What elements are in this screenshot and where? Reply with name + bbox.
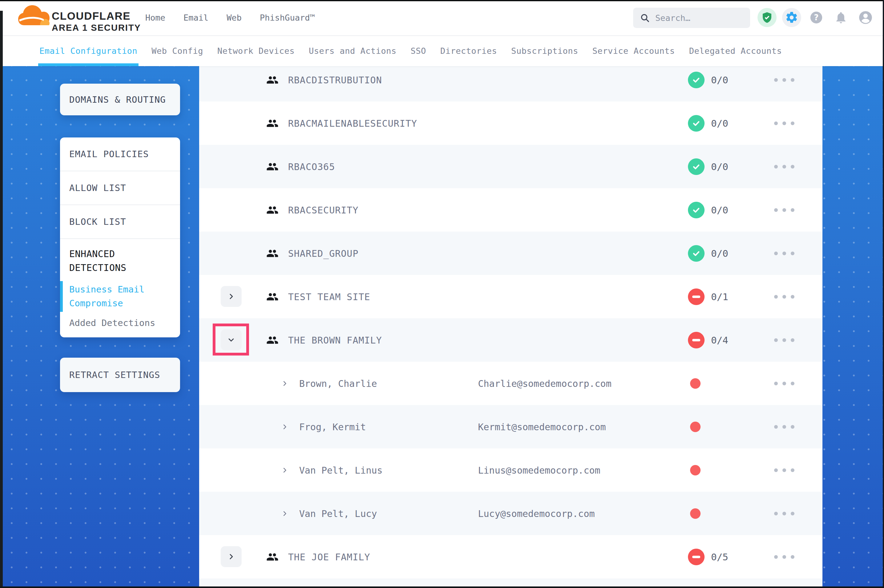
tab-directories[interactable]: Directories xyxy=(440,35,497,66)
window-edge-top xyxy=(0,0,884,1)
expand--button[interactable] xyxy=(221,286,242,307)
bell-icon[interactable] xyxy=(831,8,851,27)
table-row-shared-group: SHARED_GROUP0/0 xyxy=(199,232,822,275)
search-input[interactable] xyxy=(655,13,742,23)
tab-service-accounts[interactable]: Service Accounts xyxy=(592,35,675,66)
status-check-badge xyxy=(688,115,705,132)
group-icon xyxy=(265,291,280,303)
expand-collapse-button[interactable] xyxy=(221,329,242,350)
nav-link-home[interactable]: Home xyxy=(145,13,165,22)
top-nav: HomeEmailWebPhishGuard™ xyxy=(145,0,315,35)
group-icon xyxy=(265,74,280,86)
chevron-right-icon[interactable] xyxy=(281,380,288,387)
row-actions-button[interactable] xyxy=(774,78,794,82)
sidebar-item-email-policies[interactable]: EMAIL POLICIES xyxy=(60,138,180,171)
row-actions-button[interactable] xyxy=(774,338,794,342)
shield-check-icon[interactable] xyxy=(758,8,777,27)
group-name: TEST TEAM SITE xyxy=(288,291,370,302)
user-icon[interactable] xyxy=(856,8,875,27)
row-actions-button[interactable] xyxy=(774,252,794,255)
table-row-van-pelt-linus: Van Pelt, LinusLinus@somedemocorp.com xyxy=(199,448,822,492)
chevron-right-icon[interactable] xyxy=(281,510,288,517)
tab-email-configuration[interactable]: Email Configuration xyxy=(39,35,137,66)
status-minus-badge xyxy=(688,288,705,305)
groups-table: RBACDISTRUBUTION0/0RBACMAILENABLESECURIT… xyxy=(199,66,822,588)
member-count: 0/4 xyxy=(711,334,728,346)
status-minus-badge xyxy=(688,332,705,348)
row-actions-button[interactable] xyxy=(774,425,794,429)
tab-network-devices[interactable]: Network Devices xyxy=(217,35,295,66)
group-name: RBACDISTRUBUTION xyxy=(288,74,382,85)
table-row-brown-charlie: Brown, CharlieCharlie@somedemocorp.com xyxy=(199,362,822,405)
group-name: THE BROWN FAMILY xyxy=(288,334,382,345)
row-actions-button[interactable] xyxy=(774,468,794,472)
group-name: RBACMAILENABLESECURITY xyxy=(288,118,417,129)
sidebar: DOMAINS & ROUTING EMAIL POLICIES ALLOW L… xyxy=(60,84,180,392)
tab-web-config[interactable]: Web Config xyxy=(152,35,203,66)
row-actions-button[interactable] xyxy=(774,295,794,298)
nav-link-email[interactable]: Email xyxy=(183,13,208,22)
logo-wordmark: CLOUDFLARE xyxy=(52,10,131,22)
svg-text:?: ? xyxy=(814,13,818,22)
gear-icon[interactable] xyxy=(782,8,801,27)
row-actions-button[interactable] xyxy=(774,382,794,386)
status-dot xyxy=(690,508,701,519)
chevron-right-icon[interactable] xyxy=(281,467,288,474)
sidebar-item-business-email-compromise[interactable]: Business Email Compromise xyxy=(69,283,158,310)
nav-link-web[interactable]: Web xyxy=(227,13,242,22)
logo-subtitle: AREA 1 SECURITY xyxy=(52,23,141,33)
tab-sso[interactable]: SSO xyxy=(410,35,426,66)
chevron-right-icon xyxy=(227,553,235,560)
sidebar-enhanced-detections-section: ENHANCED DETECTIONS Business Email Compr… xyxy=(60,238,180,328)
member-count: 0/0 xyxy=(711,118,728,129)
sidebar-item-enhanced-detections[interactable]: ENHANCED DETECTIONS xyxy=(69,247,152,274)
member-count: 0/1 xyxy=(711,291,728,302)
cloudflare-logo-icon xyxy=(18,4,50,31)
chevron-right-icon[interactable] xyxy=(281,423,288,430)
nav-link-phishguard[interactable]: PhishGuard™ xyxy=(260,13,315,22)
status-dot xyxy=(690,465,701,476)
help-icon[interactable]: ? xyxy=(807,8,826,27)
row-actions-button[interactable] xyxy=(774,208,794,212)
tab-subscriptions[interactable]: Subscriptions xyxy=(511,35,578,66)
sidebar-item-block-list[interactable]: BLOCK LIST xyxy=(60,204,180,238)
window-edge-right xyxy=(883,0,884,588)
status-check-badge xyxy=(688,245,705,262)
status-check-badge xyxy=(688,158,705,175)
tab-users-and-actions[interactable]: Users and Actions xyxy=(309,35,397,66)
member-name: Van Pelt, Linus xyxy=(299,465,383,476)
config-tab-bar: Email ConfigurationWeb ConfigNetwork Dev… xyxy=(0,35,884,66)
row-actions-button[interactable] xyxy=(774,122,794,125)
member-name: Brown, Charlie xyxy=(299,378,377,389)
group-icon xyxy=(265,334,280,346)
member-email: Linus@somedemocorp.com xyxy=(478,465,600,476)
member-count: 0/0 xyxy=(711,204,728,216)
group-icon xyxy=(265,160,280,173)
member-email: Kermit@somedemocorp.com xyxy=(478,422,606,432)
table-row-rbaco365: RBACO3650/0 xyxy=(199,145,822,188)
row-actions-button[interactable] xyxy=(774,165,794,168)
group-name: SHARED_GROUP xyxy=(288,248,359,259)
table-row-rbacdistrubution: RBACDISTRUBUTION0/0 xyxy=(199,66,822,102)
row-actions-button[interactable] xyxy=(774,555,794,559)
search-box[interactable] xyxy=(633,8,750,28)
row-actions-button[interactable] xyxy=(774,512,794,515)
member-count: 0/0 xyxy=(711,161,728,172)
group-icon xyxy=(265,204,280,216)
top-bar: CLOUDFLARE AREA 1 SECURITY HomeEmailWebP… xyxy=(0,0,884,36)
header-icon-cluster: ? xyxy=(758,8,875,27)
sidebar-item-domains-routing[interactable]: DOMAINS & ROUTING xyxy=(60,84,180,116)
sidebar-item-added-detections[interactable]: Added Detections xyxy=(69,318,171,328)
table-row-frog-kermit: Frog, KermitKermit@somedemocorp.com xyxy=(199,405,822,448)
status-dot xyxy=(690,378,701,389)
member-name: Van Pelt, Lucy xyxy=(299,508,377,519)
sidebar-item-allow-list[interactable]: ALLOW LIST xyxy=(60,171,180,204)
chevron-down-icon xyxy=(227,336,235,344)
sidebar-item-retract-settings[interactable]: RETRACT SETTINGS xyxy=(60,358,180,392)
tab-delegated-accounts[interactable]: Delegated Accounts xyxy=(689,35,782,66)
app-window: CLOUDFLARE AREA 1 SECURITY HomeEmailWebP… xyxy=(0,0,884,588)
expand--button[interactable] xyxy=(221,546,242,567)
group-name: THE JOE FAMILY xyxy=(288,551,370,562)
group-icon xyxy=(265,117,280,129)
chevron-right-icon xyxy=(227,293,235,300)
